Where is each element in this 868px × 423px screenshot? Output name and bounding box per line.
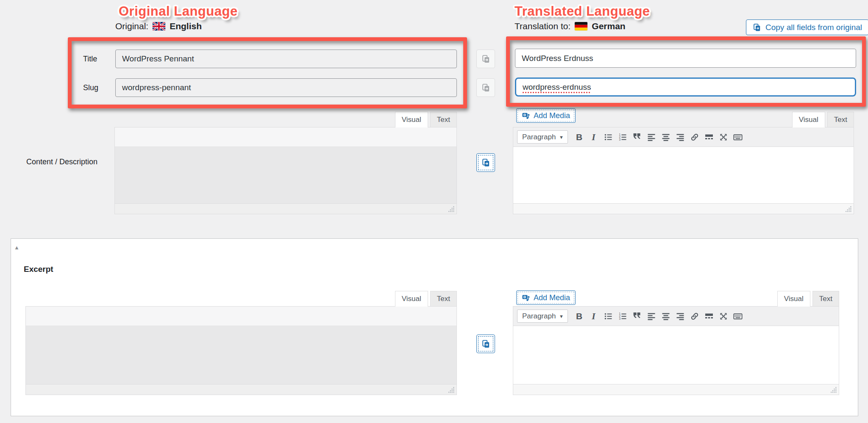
tab-text[interactable]: Text <box>430 291 457 307</box>
collapse-panel-icon[interactable]: ▲ <box>14 245 19 250</box>
original-title-input: WordPress Pennant <box>115 50 457 68</box>
align-center-icon[interactable] <box>659 130 672 145</box>
slug-label: Slug <box>83 83 98 92</box>
bold-icon[interactable]: B <box>573 130 586 145</box>
keyboard-shortcuts-icon[interactable] <box>731 309 744 324</box>
keyboard-shortcuts-icon[interactable] <box>731 130 744 145</box>
editor-toolbar-empty <box>115 127 456 147</box>
tab-visual[interactable]: Visual <box>395 112 428 127</box>
editor-statusbar <box>513 384 839 395</box>
paragraph-dropdown[interactable]: Paragraph ▼ <box>517 310 568 323</box>
translated-content-editor: Add Media Visual Text Paragraph ▼ B I <box>513 108 854 214</box>
blockquote-icon[interactable] <box>630 309 643 324</box>
editor-statusbar <box>115 203 456 214</box>
read-more-icon[interactable] <box>702 309 715 324</box>
content-description-label: Content / Description <box>26 158 97 166</box>
copy-icon <box>481 340 490 348</box>
resize-grip-icon[interactable] <box>448 206 455 213</box>
read-more-icon[interactable] <box>702 130 715 145</box>
copy-excerpt-button[interactable] <box>476 335 495 353</box>
copy-icon <box>753 23 761 32</box>
translated-excerpt-canvas[interactable] <box>513 326 839 384</box>
chevron-down-icon: ▼ <box>559 135 564 140</box>
german-flag-icon <box>575 22 587 30</box>
distraction-free-icon[interactable] <box>717 309 730 324</box>
translated-language-line: Translation to: German <box>515 21 626 31</box>
translated-language-heading: Translated Language <box>515 4 650 19</box>
original-language-line: Original: English <box>115 21 202 31</box>
add-media-icon <box>522 293 530 302</box>
link-icon[interactable] <box>688 309 701 324</box>
translated-slug-input[interactable]: wordpress-erdnuss <box>515 77 856 97</box>
align-right-icon[interactable] <box>673 309 687 324</box>
uk-flag-icon <box>153 22 165 30</box>
bulleted-list-icon[interactable] <box>601 309 615 324</box>
add-media-button[interactable]: Add Media <box>516 290 576 305</box>
align-right-icon[interactable] <box>673 130 687 145</box>
original-content-canvas <box>115 147 456 203</box>
original-slug-input: wordpress-pennant <box>115 78 457 97</box>
title-label: Title <box>83 55 97 64</box>
resize-grip-icon[interactable] <box>831 387 837 393</box>
add-media-icon <box>522 111 530 120</box>
bold-icon[interactable]: B <box>573 309 586 324</box>
distraction-free-icon[interactable] <box>717 130 730 145</box>
translation-editor-screen: Original Language Original: English Tran… <box>0 0 868 423</box>
numbered-list-icon[interactable] <box>616 130 629 145</box>
original-language-heading: Original Language <box>119 4 238 19</box>
align-left-icon[interactable] <box>645 130 658 145</box>
tab-visual[interactable]: Visual <box>395 291 428 307</box>
link-icon[interactable] <box>688 130 701 145</box>
excerpt-heading: Excerpt <box>24 265 53 274</box>
chevron-down-icon: ▼ <box>559 314 564 319</box>
translated-language-name: German <box>592 21 625 31</box>
editor-toolbar: Paragraph ▼ B I <box>513 307 839 326</box>
copy-icon <box>481 158 490 167</box>
translated-title-input[interactable]: WordPress Erdnuss <box>515 49 856 68</box>
editor-statusbar <box>26 384 456 395</box>
tab-visual[interactable]: Visual <box>792 112 825 127</box>
translated-content-canvas[interactable] <box>513 147 854 203</box>
align-center-icon[interactable] <box>659 309 672 324</box>
italic-icon[interactable]: I <box>587 130 600 145</box>
original-language-label: Original: <box>115 21 148 31</box>
copy-title-button <box>476 50 495 68</box>
paragraph-dropdown[interactable]: Paragraph ▼ <box>517 130 568 144</box>
copy-all-fields-button[interactable]: Copy all fields from original <box>746 19 868 35</box>
original-fields-annotation-box <box>68 37 467 108</box>
numbered-list-icon[interactable] <box>616 309 629 324</box>
editor-statusbar <box>513 203 854 214</box>
tab-text[interactable]: Text <box>812 291 839 307</box>
tab-text[interactable]: Text <box>430 112 457 127</box>
bulleted-list-icon[interactable] <box>601 130 615 145</box>
copy-icon <box>481 55 490 64</box>
resize-grip-icon[interactable] <box>846 206 852 213</box>
blockquote-icon[interactable] <box>630 130 643 145</box>
editor-toolbar-empty <box>26 307 456 326</box>
editor-toolbar: Paragraph ▼ B I <box>513 127 854 147</box>
italic-icon[interactable]: I <box>587 309 600 324</box>
translation-to-label: Translation to: <box>515 21 570 31</box>
align-left-icon[interactable] <box>645 309 658 324</box>
tab-text[interactable]: Text <box>827 112 854 127</box>
add-media-button[interactable]: Add Media <box>516 108 576 123</box>
copy-slug-button <box>476 78 495 97</box>
copy-content-button[interactable] <box>476 153 495 172</box>
copy-icon <box>481 83 490 92</box>
translated-excerpt-editor: Add Media Visual Text Paragraph ▼ B I <box>513 290 839 395</box>
original-language-name: English <box>170 21 202 31</box>
original-excerpt-editor: Visual Text <box>25 291 457 395</box>
tab-visual[interactable]: Visual <box>777 291 810 307</box>
resize-grip-icon[interactable] <box>448 387 455 393</box>
original-excerpt-canvas <box>26 326 456 384</box>
original-content-editor: Visual Text <box>114 112 457 214</box>
